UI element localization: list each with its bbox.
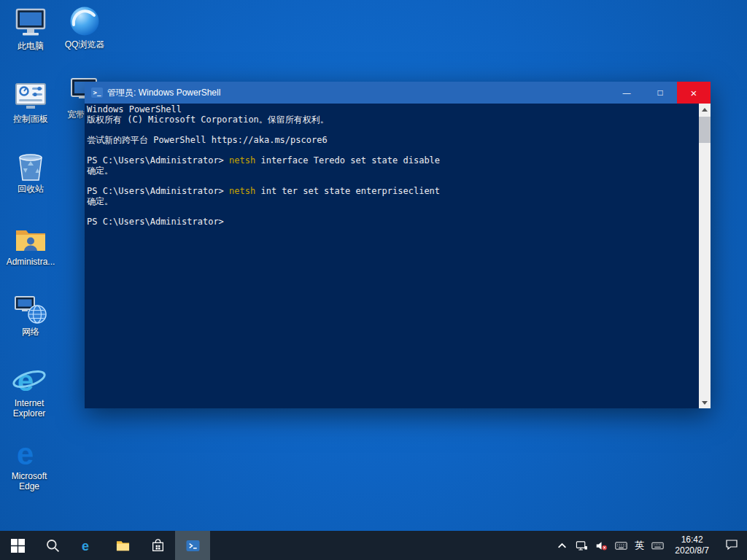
this-pc-icon <box>13 7 48 39</box>
console-line: PS C:\Users\Administrator> netsh interfa… <box>87 155 697 166</box>
scrollbar[interactable] <box>699 104 711 408</box>
svg-text:e: e <box>18 365 34 397</box>
scroll-down-arrow[interactable] <box>699 397 711 408</box>
desktop-icon-qq-browser[interactable]: QQ浏览器 <box>58 6 111 50</box>
console-text-segment: 确定。 <box>87 196 113 206</box>
console-text-segment: int ter set state enterpriseclient <box>255 186 440 196</box>
powershell-window-icon <box>91 88 103 98</box>
touch-keyboard-icon <box>615 540 627 552</box>
recycle-bin-icon <box>13 150 48 182</box>
file-explorer-icon <box>116 539 130 553</box>
console-text-segment: PS C:\Users\Administrator> <box>87 217 229 227</box>
clock-date: 2020/8/7 <box>675 545 709 556</box>
action-center-icon <box>725 538 738 553</box>
console-text-segment: 版权所有 (C) Microsoft Corporation。保留所有权利。 <box>87 114 329 125</box>
window-controls: — □ × <box>610 82 711 104</box>
qq-browser-icon <box>67 6 102 38</box>
window-titlebar[interactable]: 管理员: Windows PowerShell — □ × <box>85 82 711 104</box>
desktop-icon-label: 控制面板 <box>4 114 57 124</box>
console-line: 确定。 <box>87 166 697 176</box>
edge-task-icon: e <box>81 539 95 553</box>
powershell-task-icon <box>186 539 200 553</box>
console[interactable]: Windows PowerShell版权所有 (C) Microsoft Cor… <box>85 104 711 408</box>
command-token: netsh <box>229 186 255 196</box>
scroll-up-arrow[interactable] <box>699 104 711 115</box>
console-text-segment: 尝试新的跨平台 PowerShell https://aka.ms/pscore… <box>87 135 328 145</box>
internet-explorer-icon: e <box>12 365 47 397</box>
close-button[interactable]: × <box>677 82 711 104</box>
scrollbar-thumb[interactable] <box>699 117 711 143</box>
desktop-icon-control-panel[interactable]: 控制面板 <box>4 80 57 124</box>
console-text-segment: interface Teredo set state disable <box>255 155 440 166</box>
scroll-down-arrow-glyph <box>702 401 708 405</box>
console-text-segment: PS C:\Users\Administrator> <box>87 186 229 196</box>
microsoft-edge-icon: e <box>12 438 47 470</box>
console-text-segment: PS C:\Users\Administrator> <box>87 155 229 166</box>
chevron-up-icon <box>556 540 568 552</box>
admin-files-icon <box>13 223 48 255</box>
svg-text:e: e <box>17 438 34 470</box>
volume-muted-icon[interactable] <box>592 531 611 560</box>
desktop-icon-microsoft-edge[interactable]: eMicrosoft Edge <box>3 438 55 491</box>
edge-taskbar-button[interactable]: e <box>70 531 105 560</box>
hidden-icons-chevron[interactable] <box>552 531 572 560</box>
console-line <box>87 176 697 186</box>
taskbar-apps: e <box>35 531 210 560</box>
console-line: 版权所有 (C) Microsoft Corporation。保留所有权利。 <box>87 114 697 125</box>
desktop-icon-network[interactable]: 网络 <box>4 293 57 337</box>
search-icon <box>46 539 60 553</box>
console-line: Windows PowerShell <box>87 104 697 114</box>
control-panel-icon <box>13 80 48 112</box>
file-explorer-button[interactable] <box>105 531 140 560</box>
minimize-button[interactable]: — <box>610 82 643 104</box>
soft-keyboard-icon[interactable] <box>648 531 667 560</box>
desktop-icon-label: 回收站 <box>4 184 57 194</box>
console-text-segment: 确定。 <box>87 166 113 176</box>
console-text-segment: Windows PowerShell <box>87 104 182 114</box>
action-center-button[interactable] <box>716 531 747 560</box>
desktop-icon-label: 网络 <box>4 327 57 337</box>
soft-keyboard-icon <box>651 540 664 552</box>
maximize-button[interactable]: □ <box>643 82 677 104</box>
window-title: 管理员: Windows PowerShell <box>107 87 610 99</box>
windows-logo-icon <box>11 539 25 553</box>
desktop-icon-admin-files[interactable]: Administra... <box>4 223 57 267</box>
desktop-icon-label: Internet Explorer <box>3 398 55 419</box>
network-icon <box>13 293 48 325</box>
svg-text:e: e <box>81 539 88 553</box>
console-line <box>87 206 697 217</box>
command-token: netsh <box>229 155 255 166</box>
console-line: 确定。 <box>87 196 697 206</box>
store-icon <box>151 539 165 553</box>
scroll-up-arrow-glyph <box>702 108 708 112</box>
console-line: PS C:\Users\Administrator> <box>87 217 697 227</box>
desktop-icon-internet-explorer[interactable]: eInternet Explorer <box>3 365 55 419</box>
network-tray-icon[interactable] <box>572 531 592 560</box>
start-button[interactable] <box>0 531 35 560</box>
ethernet-icon <box>576 540 588 552</box>
clock[interactable]: 16:42 2020/8/7 <box>667 531 716 560</box>
desktop-icon-this-pc[interactable]: 此电脑 <box>4 7 57 51</box>
desktop-icon-label: Microsoft Edge <box>3 471 55 491</box>
taskbar: e 英 16:42 2020/8/7 <box>0 531 747 560</box>
touch-keyboard-icon[interactable] <box>611 531 631 560</box>
store-button[interactable] <box>140 531 175 560</box>
powershell-window: 管理员: Windows PowerShell — □ × Windows Po… <box>85 82 711 408</box>
volume-muted-icon <box>595 540 608 552</box>
console-output: Windows PowerShell版权所有 (C) Microsoft Cor… <box>85 104 699 408</box>
system-tray: 英 16:42 2020/8/7 <box>552 531 747 560</box>
console-line <box>87 125 697 135</box>
console-line: PS C:\Users\Administrator> netsh int ter… <box>87 186 697 196</box>
desktop-icon-recycle-bin[interactable]: 回收站 <box>4 150 57 194</box>
desktop-icon-label: Administra... <box>4 257 57 267</box>
tray-icons: 英 <box>552 531 667 560</box>
clock-time: 16:42 <box>681 534 703 545</box>
powershell-taskbar-button[interactable] <box>175 531 210 560</box>
desktop-icon-label: 此电脑 <box>4 41 57 51</box>
ime-language-label: 英 <box>635 539 644 552</box>
console-line <box>87 145 697 155</box>
desktop-icon-label: QQ浏览器 <box>58 39 111 50</box>
ime-indicator[interactable]: 英 <box>631 531 648 560</box>
search-button[interactable] <box>35 531 70 560</box>
console-line: 尝试新的跨平台 PowerShell https://aka.ms/pscore… <box>87 135 697 145</box>
